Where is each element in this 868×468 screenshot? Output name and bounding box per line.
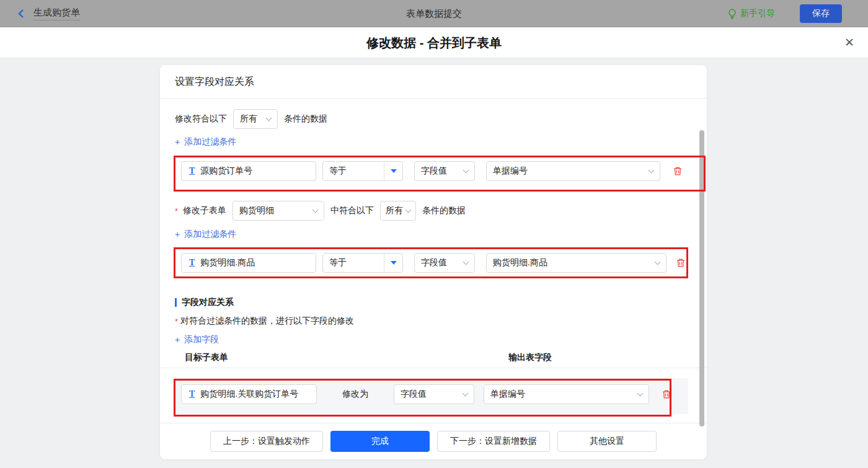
- condition1-valuetype-select[interactable]: 字段值: [414, 161, 475, 181]
- condition1-field-label: 源购货订单号: [200, 166, 252, 177]
- add-field-label: 添加字段: [184, 334, 219, 345]
- delete-mapping-button[interactable]: [662, 389, 671, 399]
- dropdown-triangle-icon: [384, 162, 402, 180]
- mapping-middle-label: 修改为: [317, 389, 394, 400]
- section-accent-bar: [175, 298, 177, 307]
- condition2-operator-value: 等于: [323, 257, 384, 268]
- mapping-section-title: 字段对应关系: [182, 297, 234, 308]
- condition-row-1: T 源购货订单号 等于 字段值 单据编号: [181, 161, 683, 181]
- chevron-down-icon: [266, 115, 272, 121]
- mapping-valuetype-value: 字段值: [401, 389, 427, 400]
- modal-title: 修改数据 - 合并到子表单: [0, 27, 868, 58]
- mapping-field[interactable]: T 购货明细.关联购货订单号: [181, 384, 317, 404]
- filter2-mid: 中符合以下: [330, 205, 374, 216]
- condition2-field-label: 购货明细.商品: [200, 257, 255, 268]
- settings-panel: 设置字段对应关系 修改符合以下 所有 条件的数据 + 添加过滤条件 T 源购货订…: [160, 65, 707, 459]
- filter1-prefix: 修改符合以下: [175, 113, 227, 125]
- mapping-section-header: 字段对应关系: [175, 297, 234, 308]
- filter2-sentence: * 修改子表单 购货明细 中符合以下 所有 条件的数据: [175, 201, 466, 221]
- other-settings-button[interactable]: 其他设置: [557, 431, 657, 452]
- match-mode-value: 所有: [240, 113, 257, 125]
- condition1-field[interactable]: T 源购货订单号: [181, 161, 316, 181]
- add-filter-link-1[interactable]: + 添加过滤条件: [175, 136, 236, 148]
- chevron-down-icon: [463, 390, 469, 396]
- add-filter-label: 添加过滤条件: [184, 229, 236, 240]
- next-step-button[interactable]: 下一步：设置新增数据: [437, 431, 550, 452]
- condition1-valuetype-value: 字段值: [421, 166, 447, 177]
- mapping-field-label: 购货明细.关联购货订单号: [200, 389, 298, 400]
- text-field-icon: T: [189, 258, 195, 268]
- trash-icon: [676, 258, 686, 268]
- condition2-operator-select[interactable]: 等于: [322, 253, 403, 273]
- chevron-down-icon: [655, 258, 661, 265]
- subform-select[interactable]: 购货明细: [232, 201, 324, 221]
- match-mode-2-value: 所有: [386, 205, 403, 216]
- condition2-value-select[interactable]: 购货明细.商品: [486, 253, 666, 273]
- match-mode-select[interactable]: 所有: [233, 109, 278, 129]
- column-header-output: 输出表字段: [508, 352, 552, 363]
- topbar-right: 新手引导 保存: [728, 0, 842, 27]
- required-mark: *: [175, 206, 178, 216]
- required-mark: *: [175, 317, 178, 326]
- topbar: 生成购货单 表单数据提交 新手引导 保存: [0, 0, 868, 27]
- mapping-description: 对符合过滤条件的数据，进行以下字段的修改: [180, 316, 354, 327]
- text-field-icon: T: [189, 389, 195, 399]
- chevron-down-icon: [649, 167, 655, 173]
- condition2-field[interactable]: T 购货明细.商品: [181, 253, 316, 273]
- plus-icon: +: [175, 229, 180, 239]
- match-mode-select-2[interactable]: 所有: [380, 201, 416, 221]
- condition1-value: 单据编号: [493, 166, 528, 177]
- scrollbar-thumb[interactable]: [699, 130, 704, 426]
- condition2-valuetype-value: 字段值: [421, 257, 447, 268]
- modal-header: 修改数据 - 合并到子表单 ✕: [0, 27, 868, 58]
- add-field-link[interactable]: + 添加字段: [175, 334, 219, 345]
- prev-step-button[interactable]: 上一步：设置触发动作: [210, 431, 323, 452]
- column-header-target: 目标子表单: [185, 352, 228, 363]
- divider: [160, 98, 707, 99]
- mapping-row: T 购货明细.关联购货订单号 修改为 字段值 单据编号: [181, 384, 671, 404]
- mapping-value: 单据编号: [490, 389, 525, 400]
- delete-condition1-button[interactable]: [673, 166, 683, 176]
- condition1-operator-value: 等于: [323, 166, 384, 177]
- chevron-down-icon: [463, 258, 469, 265]
- condition2-value: 购货明细.商品: [493, 257, 547, 268]
- divider: [160, 423, 707, 423]
- mapping-valuetype-select[interactable]: 字段值: [394, 384, 474, 404]
- text-field-icon: T: [189, 166, 195, 176]
- chevron-down-icon: [463, 167, 469, 173]
- dropdown-triangle-icon: [384, 254, 402, 272]
- plus-icon: +: [175, 335, 180, 345]
- trash-icon: [673, 166, 683, 176]
- footer-actions: 上一步：设置触发动作 完成 下一步：设置新增数据 其他设置: [160, 431, 707, 452]
- guide-label: 新手引导: [740, 8, 775, 19]
- condition1-value-select[interactable]: 单据编号: [486, 161, 660, 181]
- condition1-operator-select[interactable]: 等于: [322, 161, 403, 181]
- filter2-label: 修改子表单: [183, 205, 226, 216]
- plus-icon: +: [175, 137, 180, 147]
- save-button[interactable]: 保存: [800, 4, 842, 23]
- delete-condition2-button[interactable]: [676, 258, 686, 268]
- lightbulb-icon: [728, 9, 737, 19]
- condition-row-2: T 购货明细.商品 等于 字段值 购货明细.商品: [181, 253, 686, 273]
- chevron-down-icon: [405, 206, 412, 213]
- filter2-suffix: 条件的数据: [422, 205, 466, 216]
- condition2-valuetype-select[interactable]: 字段值: [414, 253, 475, 273]
- panel-title: 设置字段对应关系: [175, 65, 254, 98]
- done-button[interactable]: 完成: [330, 431, 430, 452]
- add-filter-link-2[interactable]: + 添加过滤条件: [175, 229, 236, 240]
- guide-link[interactable]: 新手引导: [728, 8, 775, 19]
- trash-icon: [662, 389, 671, 399]
- chevron-down-icon: [637, 390, 644, 396]
- subform-value: 购货明细: [239, 205, 274, 216]
- filter1-suffix: 条件的数据: [284, 113, 327, 125]
- mapping-description-row: * 对符合过滤条件的数据，进行以下字段的修改: [175, 316, 354, 326]
- close-icon[interactable]: ✕: [844, 27, 854, 58]
- divider: [160, 368, 707, 368]
- filter1-sentence: 修改符合以下 所有 条件的数据: [175, 109, 327, 129]
- add-filter-label: 添加过滤条件: [184, 136, 236, 148]
- chevron-down-icon: [312, 206, 319, 213]
- mapping-value-select[interactable]: 单据编号: [484, 384, 649, 404]
